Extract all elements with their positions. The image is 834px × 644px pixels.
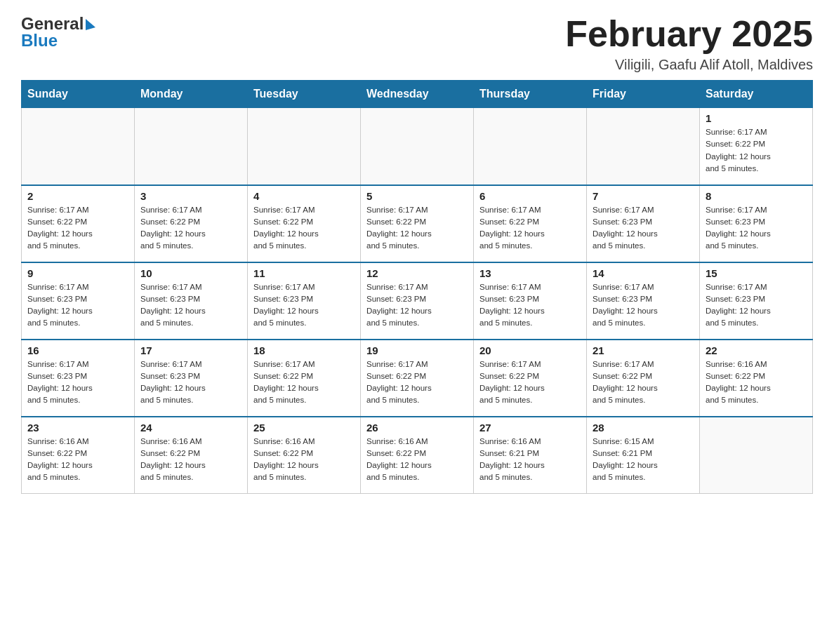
location-text: Viligili, Gaafu Alif Atoll, Maldives bbox=[565, 57, 813, 73]
calendar-day-cell: 18Sunrise: 6:17 AM Sunset: 6:22 PM Dayli… bbox=[248, 340, 361, 417]
calendar-day-cell: 27Sunrise: 6:16 AM Sunset: 6:21 PM Dayli… bbox=[474, 417, 587, 494]
day-of-week-header: Sunday bbox=[22, 81, 135, 108]
calendar-day-cell: 12Sunrise: 6:17 AM Sunset: 6:23 PM Dayli… bbox=[361, 262, 474, 340]
day-number: 14 bbox=[593, 267, 694, 279]
logo-blue-text: Blue bbox=[21, 31, 58, 51]
calendar-day-cell: 1Sunrise: 6:17 AM Sunset: 6:22 PM Daylig… bbox=[700, 108, 813, 185]
day-info: Sunrise: 6:17 AM Sunset: 6:22 PM Dayligh… bbox=[593, 358, 694, 407]
day-info: Sunrise: 6:16 AM Sunset: 6:22 PM Dayligh… bbox=[253, 436, 355, 484]
day-info: Sunrise: 6:17 AM Sunset: 6:23 PM Dayligh… bbox=[706, 204, 807, 253]
calendar-day-cell: 17Sunrise: 6:17 AM Sunset: 6:23 PM Dayli… bbox=[135, 340, 248, 417]
day-number: 20 bbox=[479, 344, 581, 356]
calendar-day-cell: 4Sunrise: 6:17 AM Sunset: 6:22 PM Daylig… bbox=[248, 185, 361, 262]
day-number: 23 bbox=[27, 422, 128, 434]
day-number: 19 bbox=[366, 344, 468, 356]
day-number: 26 bbox=[366, 422, 468, 434]
calendar-week-row: 16Sunrise: 6:17 AM Sunset: 6:23 PM Dayli… bbox=[22, 340, 813, 417]
calendar-day-cell: 6Sunrise: 6:17 AM Sunset: 6:22 PM Daylig… bbox=[474, 185, 587, 262]
day-info: Sunrise: 6:16 AM Sunset: 6:22 PM Dayligh… bbox=[27, 436, 128, 484]
day-info: Sunrise: 6:17 AM Sunset: 6:23 PM Dayligh… bbox=[593, 204, 694, 253]
day-number: 13 bbox=[479, 267, 581, 279]
page-header: General Blue February 2025 Viligili, Gaa… bbox=[21, 14, 813, 73]
day-number: 4 bbox=[253, 190, 355, 202]
day-info: Sunrise: 6:17 AM Sunset: 6:23 PM Dayligh… bbox=[140, 281, 241, 330]
day-number: 8 bbox=[706, 190, 807, 202]
day-number: 15 bbox=[706, 267, 807, 279]
month-title: February 2025 bbox=[565, 14, 813, 54]
calendar-day-cell bbox=[474, 108, 587, 185]
day-of-week-header: Friday bbox=[587, 81, 700, 108]
day-info: Sunrise: 6:17 AM Sunset: 6:22 PM Dayligh… bbox=[706, 126, 807, 175]
day-info: Sunrise: 6:17 AM Sunset: 6:22 PM Dayligh… bbox=[479, 204, 581, 253]
day-number: 12 bbox=[366, 267, 468, 279]
day-info: Sunrise: 6:17 AM Sunset: 6:23 PM Dayligh… bbox=[253, 281, 355, 330]
day-info: Sunrise: 6:16 AM Sunset: 6:22 PM Dayligh… bbox=[706, 358, 807, 407]
day-number: 25 bbox=[253, 422, 355, 434]
calendar-week-row: 9Sunrise: 6:17 AM Sunset: 6:23 PM Daylig… bbox=[22, 262, 813, 340]
day-info: Sunrise: 6:17 AM Sunset: 6:22 PM Dayligh… bbox=[479, 358, 581, 407]
day-info: Sunrise: 6:17 AM Sunset: 6:22 PM Dayligh… bbox=[366, 358, 468, 407]
calendar-day-cell: 5Sunrise: 6:17 AM Sunset: 6:22 PM Daylig… bbox=[361, 185, 474, 262]
header-row: SundayMondayTuesdayWednesdayThursdayFrid… bbox=[22, 81, 813, 108]
calendar-day-cell: 16Sunrise: 6:17 AM Sunset: 6:23 PM Dayli… bbox=[22, 340, 135, 417]
day-number: 21 bbox=[593, 344, 694, 356]
calendar-day-cell: 9Sunrise: 6:17 AM Sunset: 6:23 PM Daylig… bbox=[22, 262, 135, 340]
day-number: 18 bbox=[253, 344, 355, 356]
day-number: 10 bbox=[140, 267, 241, 279]
day-number: 28 bbox=[593, 422, 694, 434]
day-info: Sunrise: 6:17 AM Sunset: 6:23 PM Dayligh… bbox=[366, 281, 468, 330]
calendar-day-cell bbox=[22, 108, 135, 185]
day-of-week-header: Saturday bbox=[700, 81, 813, 108]
day-of-week-header: Thursday bbox=[474, 81, 587, 108]
calendar-day-cell bbox=[361, 108, 474, 185]
calendar-day-cell: 25Sunrise: 6:16 AM Sunset: 6:22 PM Dayli… bbox=[248, 417, 361, 494]
calendar-week-row: 2Sunrise: 6:17 AM Sunset: 6:22 PM Daylig… bbox=[22, 185, 813, 262]
title-area: February 2025 Viligili, Gaafu Alif Atoll… bbox=[565, 14, 813, 73]
day-number: 24 bbox=[140, 422, 241, 434]
logo-triangle-icon bbox=[86, 19, 95, 30]
day-info: Sunrise: 6:17 AM Sunset: 6:22 PM Dayligh… bbox=[253, 358, 355, 407]
day-number: 3 bbox=[140, 190, 241, 202]
calendar-day-cell: 22Sunrise: 6:16 AM Sunset: 6:22 PM Dayli… bbox=[700, 340, 813, 417]
calendar-day-cell: 7Sunrise: 6:17 AM Sunset: 6:23 PM Daylig… bbox=[587, 185, 700, 262]
day-info: Sunrise: 6:17 AM Sunset: 6:22 PM Dayligh… bbox=[253, 204, 355, 253]
day-number: 9 bbox=[27, 267, 128, 279]
day-info: Sunrise: 6:16 AM Sunset: 6:22 PM Dayligh… bbox=[366, 436, 468, 484]
day-info: Sunrise: 6:17 AM Sunset: 6:23 PM Dayligh… bbox=[706, 281, 807, 330]
day-number: 7 bbox=[593, 190, 694, 202]
day-info: Sunrise: 6:17 AM Sunset: 6:23 PM Dayligh… bbox=[27, 358, 128, 407]
day-of-week-header: Monday bbox=[135, 81, 248, 108]
calendar-day-cell: 15Sunrise: 6:17 AM Sunset: 6:23 PM Dayli… bbox=[700, 262, 813, 340]
day-info: Sunrise: 6:17 AM Sunset: 6:23 PM Dayligh… bbox=[140, 358, 241, 407]
day-info: Sunrise: 6:17 AM Sunset: 6:23 PM Dayligh… bbox=[593, 281, 694, 330]
calendar-day-cell: 10Sunrise: 6:17 AM Sunset: 6:23 PM Dayli… bbox=[135, 262, 248, 340]
day-number: 11 bbox=[253, 267, 355, 279]
day-number: 2 bbox=[27, 190, 128, 202]
calendar-day-cell: 20Sunrise: 6:17 AM Sunset: 6:22 PM Dayli… bbox=[474, 340, 587, 417]
logo: General Blue bbox=[21, 14, 95, 51]
day-info: Sunrise: 6:17 AM Sunset: 6:22 PM Dayligh… bbox=[140, 204, 241, 253]
calendar-day-cell: 21Sunrise: 6:17 AM Sunset: 6:22 PM Dayli… bbox=[587, 340, 700, 417]
calendar-day-cell: 2Sunrise: 6:17 AM Sunset: 6:22 PM Daylig… bbox=[22, 185, 135, 262]
day-number: 17 bbox=[140, 344, 241, 356]
day-info: Sunrise: 6:17 AM Sunset: 6:23 PM Dayligh… bbox=[27, 281, 128, 330]
calendar-day-cell: 26Sunrise: 6:16 AM Sunset: 6:22 PM Dayli… bbox=[361, 417, 474, 494]
day-number: 16 bbox=[27, 344, 128, 356]
calendar-day-cell: 19Sunrise: 6:17 AM Sunset: 6:22 PM Dayli… bbox=[361, 340, 474, 417]
day-of-week-header: Wednesday bbox=[361, 81, 474, 108]
day-number: 6 bbox=[479, 190, 581, 202]
calendar-day-cell: 14Sunrise: 6:17 AM Sunset: 6:23 PM Dayli… bbox=[587, 262, 700, 340]
day-info: Sunrise: 6:16 AM Sunset: 6:22 PM Dayligh… bbox=[140, 436, 241, 484]
day-info: Sunrise: 6:17 AM Sunset: 6:22 PM Dayligh… bbox=[366, 204, 468, 253]
day-info: Sunrise: 6:15 AM Sunset: 6:21 PM Dayligh… bbox=[593, 436, 694, 484]
day-number: 1 bbox=[706, 112, 807, 124]
day-of-week-header: Tuesday bbox=[248, 81, 361, 108]
calendar-table: SundayMondayTuesdayWednesdayThursdayFrid… bbox=[21, 80, 813, 494]
calendar-day-cell: 11Sunrise: 6:17 AM Sunset: 6:23 PM Dayli… bbox=[248, 262, 361, 340]
calendar-day-cell: 8Sunrise: 6:17 AM Sunset: 6:23 PM Daylig… bbox=[700, 185, 813, 262]
day-number: 27 bbox=[479, 422, 581, 434]
calendar-day-cell bbox=[700, 417, 813, 494]
calendar-day-cell bbox=[135, 108, 248, 185]
calendar-day-cell: 3Sunrise: 6:17 AM Sunset: 6:22 PM Daylig… bbox=[135, 185, 248, 262]
day-info: Sunrise: 6:17 AM Sunset: 6:22 PM Dayligh… bbox=[27, 204, 128, 253]
